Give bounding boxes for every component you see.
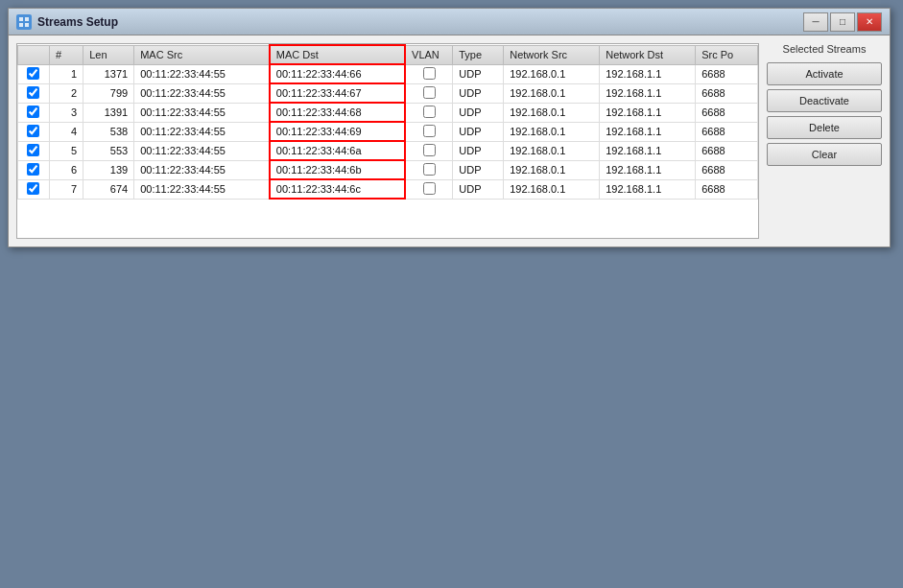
row-src-po: 6688 (696, 64, 758, 83)
deactivate-button[interactable]: Deactivate (767, 89, 882, 112)
row-checkbox[interactable] (27, 182, 39, 195)
row-network-dst: 192.168.1.1 (600, 83, 696, 103)
row-type: UDP (453, 122, 504, 141)
row-network-dst: 192.168.1.1 (600, 141, 696, 160)
row-mac-dst: 00:11:22:33:44:68 (270, 103, 405, 122)
row-network-src: 192.168.0.1 (504, 141, 600, 160)
row-mac-dst: 00:11:22:33:44:6b (270, 160, 405, 179)
svg-rect-2 (19, 23, 23, 27)
col-header-num: # (49, 45, 83, 64)
row-vlan (405, 103, 453, 122)
col-header-check (18, 45, 50, 64)
row-checkbox-cell (18, 64, 50, 83)
minimize-button[interactable]: ─ (803, 12, 828, 32)
col-header-mac-src: MAC Src (134, 45, 270, 64)
col-header-type: Type (453, 45, 504, 64)
col-header-network-dst: Network Dst (600, 45, 696, 64)
row-num: 1 (49, 64, 83, 83)
row-num: 2 (49, 83, 83, 103)
row-checkbox-cell (18, 122, 50, 141)
row-type: UDP (453, 160, 504, 179)
row-num: 3 (49, 103, 83, 122)
vlan-checkbox[interactable] (423, 125, 436, 137)
row-type: UDP (453, 103, 504, 122)
row-network-src: 192.168.0.1 (504, 122, 600, 141)
row-network-dst: 192.168.1.1 (600, 64, 696, 83)
maximize-button[interactable]: □ (830, 12, 855, 32)
window-controls: ─ □ ✕ (803, 12, 882, 32)
table-header-row: # Len MAC Src MAC Dst VLAN Type Network … (18, 45, 758, 64)
row-len: 1391 (83, 103, 134, 122)
row-num: 4 (49, 122, 83, 141)
window-body: # Len MAC Src MAC Dst VLAN Type Network … (9, 35, 890, 247)
activate-button[interactable]: Activate (767, 62, 882, 85)
row-checkbox[interactable] (27, 144, 39, 156)
col-header-src-po: Src Po (696, 45, 758, 64)
row-checkbox-cell (18, 179, 50, 199)
vlan-checkbox[interactable] (423, 163, 436, 176)
row-src-po: 6688 (696, 83, 758, 103)
row-checkbox[interactable] (27, 163, 39, 176)
vlan-checkbox[interactable] (423, 67, 436, 80)
vlan-checkbox[interactable] (423, 144, 436, 156)
row-checkbox-cell (18, 141, 50, 160)
row-num: 5 (49, 141, 83, 160)
row-mac-dst: 00:11:22:33:44:69 (270, 122, 405, 141)
title-bar: Streams Setup ─ □ ✕ (9, 9, 890, 35)
svg-rect-1 (25, 17, 29, 21)
clear-button[interactable]: Clear (767, 143, 882, 166)
row-len: 799 (83, 83, 134, 103)
col-header-network-src: Network Src (504, 45, 600, 64)
row-src-po: 6688 (696, 179, 758, 199)
streams-table: # Len MAC Src MAC Dst VLAN Type Network … (17, 44, 758, 200)
row-vlan (405, 122, 453, 141)
row-checkbox-cell (18, 103, 50, 122)
row-network-src: 192.168.0.1 (504, 179, 600, 199)
row-num: 6 (49, 160, 83, 179)
delete-button[interactable]: Delete (767, 116, 882, 139)
row-checkbox[interactable] (27, 86, 39, 99)
vlan-checkbox[interactable] (423, 86, 436, 99)
vlan-checkbox[interactable] (423, 182, 436, 195)
table-row: 613900:11:22:33:44:5500:11:22:33:44:6bUD… (18, 160, 758, 179)
row-mac-src: 00:11:22:33:44:55 (134, 160, 270, 179)
row-mac-src: 00:11:22:33:44:55 (134, 122, 270, 141)
row-network-src: 192.168.0.1 (504, 64, 600, 83)
row-checkbox[interactable] (27, 106, 39, 118)
row-vlan (405, 64, 453, 83)
row-mac-src: 00:11:22:33:44:55 (134, 141, 270, 160)
row-len: 1371 (83, 64, 134, 83)
row-network-dst: 192.168.1.1 (600, 103, 696, 122)
row-mac-dst: 00:11:22:33:44:67 (270, 83, 405, 103)
sidebar-label: Selected Streams (767, 43, 882, 55)
col-header-mac-dst: MAC Dst (270, 45, 405, 64)
row-len: 538 (83, 122, 134, 141)
row-checkbox[interactable] (27, 67, 39, 80)
row-type: UDP (453, 179, 504, 199)
row-mac-dst: 00:11:22:33:44:66 (270, 64, 405, 83)
svg-rect-0 (19, 17, 23, 21)
vlan-checkbox[interactable] (423, 106, 436, 118)
row-src-po: 6688 (696, 122, 758, 141)
row-mac-src: 00:11:22:33:44:55 (134, 64, 270, 83)
streams-setup-window: Streams Setup ─ □ ✕ # Len MAC Src MAC Ds… (8, 8, 891, 247)
table-body: 1137100:11:22:33:44:5500:11:22:33:44:66U… (18, 64, 758, 199)
row-num: 7 (49, 179, 83, 199)
row-type: UDP (453, 83, 504, 103)
col-header-vlan: VLAN (405, 45, 453, 64)
table-row: 767400:11:22:33:44:5500:11:22:33:44:6cUD… (18, 179, 758, 199)
row-network-src: 192.168.0.1 (504, 83, 600, 103)
row-checkbox[interactable] (27, 125, 39, 137)
table-row: 279900:11:22:33:44:5500:11:22:33:44:67UD… (18, 83, 758, 103)
row-mac-src: 00:11:22:33:44:55 (134, 179, 270, 199)
row-vlan (405, 160, 453, 179)
table-row: 555300:11:22:33:44:5500:11:22:33:44:6aUD… (18, 141, 758, 160)
row-len: 139 (83, 160, 134, 179)
row-vlan (405, 141, 453, 160)
row-src-po: 6688 (696, 103, 758, 122)
row-len: 553 (83, 141, 134, 160)
row-type: UDP (453, 64, 504, 83)
streams-table-container[interactable]: # Len MAC Src MAC Dst VLAN Type Network … (16, 43, 759, 239)
row-mac-src: 00:11:22:33:44:55 (134, 83, 270, 103)
close-button[interactable]: ✕ (857, 12, 882, 32)
